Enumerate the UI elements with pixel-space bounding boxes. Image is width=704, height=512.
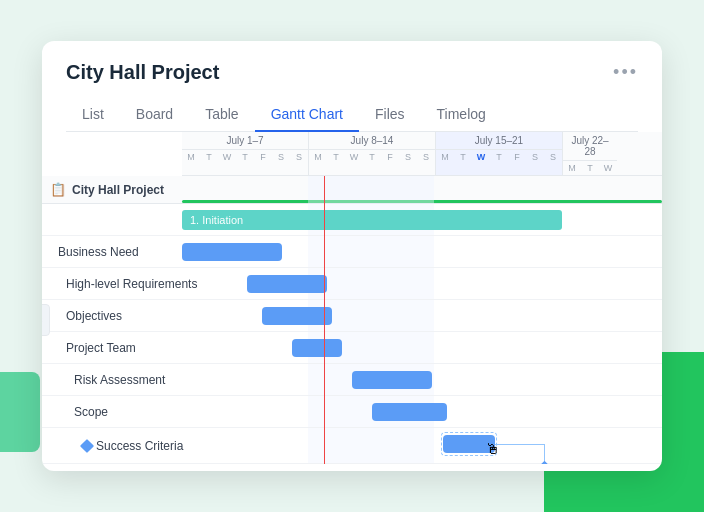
nav-tabs: List Board Table Gantt Chart Files Timel… <box>66 98 638 132</box>
collapse-button[interactable]: ‹ <box>42 304 50 336</box>
gantt-area: July 1–7 M T W T F S S July 8–14 M T W <box>42 132 662 464</box>
day-m1: M <box>182 150 200 164</box>
week-label-3: July 15–21 <box>436 132 562 150</box>
day-t4: T <box>363 150 381 164</box>
diamond-right <box>537 461 553 464</box>
tab-gantt[interactable]: Gantt Chart <box>255 98 359 132</box>
label-high-level: High-level Requirements <box>42 277 197 291</box>
day-w3: W <box>472 150 490 164</box>
day-s6: S <box>544 150 562 164</box>
day-f1: F <box>254 150 272 164</box>
bar-project-team <box>292 339 342 357</box>
initiation-row: 1. Initiation <box>42 204 662 236</box>
day-s1: S <box>272 150 290 164</box>
cursor-icon: 🖱 <box>485 440 500 457</box>
week-label-4: July 22–28 <box>563 132 617 161</box>
day-w4: W <box>599 161 617 175</box>
row-high-level: High-level Requirements <box>42 268 662 300</box>
project-header-row: 📋 City Hall Project <box>42 176 662 204</box>
project-row-label: City Hall Project <box>72 183 164 197</box>
row-risk: Risk Assessment <box>42 364 662 396</box>
label-scope: Scope <box>42 405 182 419</box>
week-label-2: July 8–14 <box>309 132 435 150</box>
day-m3: M <box>436 150 454 164</box>
bar-objectives <box>262 307 332 325</box>
row-scope: Scope <box>42 396 662 428</box>
initiation-bar: 1. Initiation <box>182 210 562 230</box>
day-t3: T <box>327 150 345 164</box>
label-success: Success Criteria <box>42 439 183 453</box>
day-m4: M <box>563 161 581 175</box>
day-w2: W <box>345 150 363 164</box>
label-risk: Risk Assessment <box>42 373 182 387</box>
row-objectives: Objectives <box>42 300 662 332</box>
day-t5: T <box>454 150 472 164</box>
diamond-left <box>80 438 94 452</box>
row-project-team: Project Team <box>42 332 662 364</box>
day-s5: S <box>526 150 544 164</box>
tab-files[interactable]: Files <box>359 98 421 132</box>
project-full-bar <box>182 200 662 203</box>
today-line <box>324 176 325 464</box>
main-card: City Hall Project ••• List Board Table G… <box>42 41 662 471</box>
more-button[interactable]: ••• <box>613 62 638 83</box>
tab-board[interactable]: Board <box>120 98 189 132</box>
tab-list[interactable]: List <box>66 98 120 132</box>
card-title: City Hall Project <box>66 61 219 84</box>
day-s2: S <box>290 150 308 164</box>
label-objectives: Objectives <box>42 309 182 323</box>
tab-timelog[interactable]: Timelog <box>421 98 502 132</box>
day-f2: F <box>381 150 399 164</box>
project-icon: 📋 <box>50 182 66 197</box>
tab-table[interactable]: Table <box>189 98 254 132</box>
card-header: City Hall Project ••• List Board Table G… <box>42 41 662 132</box>
week-label-1: July 1–7 <box>182 132 308 150</box>
day-t6: T <box>490 150 508 164</box>
gantt-body: ‹ 📋 City Hall Project 1. Initiation <box>42 176 662 464</box>
bg-shape-left <box>0 372 40 452</box>
bar-risk <box>352 371 432 389</box>
label-business-need: Business Need <box>42 245 182 259</box>
bar-high-level <box>247 275 327 293</box>
day-w1: W <box>218 150 236 164</box>
connector-h <box>495 444 545 445</box>
day-m2: M <box>309 150 327 164</box>
day-t1: T <box>200 150 218 164</box>
day-f3: F <box>508 150 526 164</box>
row-success: Success Criteria 🖱 <box>42 428 662 464</box>
day-t2: T <box>236 150 254 164</box>
label-project-team: Project Team <box>42 341 182 355</box>
day-t7: T <box>581 161 599 175</box>
initiation-bar-label: 1. Initiation <box>190 214 243 226</box>
day-s3: S <box>399 150 417 164</box>
title-row: City Hall Project ••• <box>66 61 638 84</box>
bar-business-need <box>182 243 282 261</box>
day-s4: S <box>417 150 435 164</box>
bar-scope <box>372 403 447 421</box>
row-business-need: Business Need <box>42 236 662 268</box>
